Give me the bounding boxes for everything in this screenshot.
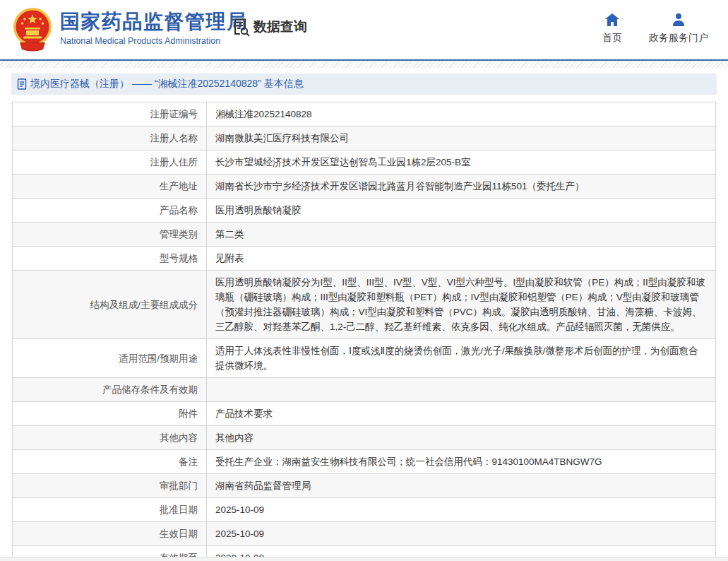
row-label: 生效日期 [13,522,207,546]
row-label: 其他内容 [13,426,207,450]
row-value: 其他内容 [207,426,716,450]
table-row: 适用范围/预期用途适用于人体浅表性非慢性创面，Ⅰ度或浅Ⅱ度的烧烫伤创面，激光/光… [13,339,716,378]
row-label: 管理类别 [13,223,207,247]
row-value: 第二类 [207,223,716,247]
row-label: 注册人名称 [13,126,207,150]
footer-strip [0,557,728,561]
data-query-title: 数据查询 [253,18,307,36]
nav-home-label: 首页 [602,32,622,45]
table-row: 产品名称医用透明质酸钠凝胶 [13,199,716,223]
row-value: 受托生产企业：湖南益安生物科技有限公司；统一社会信用代码：91430100MA4… [207,450,716,474]
row-label: 备注 [13,450,207,474]
row-value: 见附表 [207,247,716,271]
brand-block: 国家药品监督管理局 National Medical Products Admi… [60,10,248,46]
registration-info-table: 注册证编号湘械注准20252140828注册人名称湖南微肽美汇医疗科技有限公司注… [12,102,716,561]
org-name-cn: 国家药品监督管理局 [60,10,248,34]
page-header: 国家药品监督管理局 National Medical Products Admi… [0,0,728,61]
table-row: 审批部门湖南省药品监督管理局 [13,474,716,498]
table-row: 注册证编号湘械注准20252140828 [13,102,716,126]
row-value: 2025-10-09 [207,498,716,522]
org-name-en: National Medical Products Administration [60,36,248,46]
table-row: 附件产品技术要求 [13,402,716,426]
row-value: 医用透明质酸钠凝胶分为I型、II型、III型、IV型、V型、VI型六种型号。I型… [207,271,716,339]
row-label: 审批部门 [13,474,207,498]
row-label: 结构及组成/主要组成成分 [13,271,207,339]
nmpa-emblem-logo [13,7,52,52]
row-label: 注册证编号 [13,102,207,126]
table-row: 结构及组成/主要组成成分医用透明质酸钠凝胶分为I型、II型、III型、IV型、V… [13,271,716,339]
row-value: 产品技术要求 [207,402,716,426]
row-value: 2025-10-09 [207,522,716,546]
row-value: 长沙市望城经济技术开发区望达创智岛工业园1栋2层205-B室 [207,150,716,175]
nav-gov-portal[interactable]: 政务服务门户 [649,13,708,45]
table-row: 注册人住所长沙市望城经济技术开发区望达创智岛工业园1栋2层205-B室 [13,150,716,175]
row-label: 批准日期 [13,498,207,522]
document-icon [17,78,27,90]
table-row: 管理类别第二类 [13,223,716,247]
user-icon [672,13,686,27]
nav-gov-portal-label: 政务服务门户 [649,32,708,45]
table-row: 备注受托生产企业：湖南益安生物科技有限公司；统一社会信用代码：91430100M… [13,450,716,474]
header-nav: 首页 政务服务门户 [602,13,708,45]
table-row: 产品储存条件及有效期 [13,378,716,402]
row-label: 附件 [13,402,207,426]
row-label: 适用范围/预期用途 [13,339,207,378]
info-table-body: 注册证编号湘械注准20252140828注册人名称湖南微肽美汇医疗科技有限公司注… [13,102,716,561]
row-label: 注册人住所 [13,150,207,175]
table-row: 生效日期2025-10-09 [13,522,716,546]
table-row: 型号规格见附表 [13,247,716,271]
row-label: 产品储存条件及有效期 [13,378,207,402]
row-label: 产品名称 [13,199,207,223]
table-row: 批准日期2025-10-09 [13,498,716,522]
nav-home[interactable]: 首页 [602,13,622,45]
hatch-divider [0,61,728,68]
row-label: 生产地址 [13,175,207,199]
home-icon [604,13,620,27]
table-row: 生产地址湖南省长沙市宁乡经济技术开发区谐园北路蓝月谷智能制造产业园11栋501（… [13,175,716,199]
row-value: 湖南省长沙市宁乡经济技术开发区谐园北路蓝月谷智能制造产业园11栋501（委托生产… [207,175,716,199]
row-label: 型号规格 [13,247,207,271]
page-title: 境内医疗器械（注册） —— “湘械注准20252140828” 基本信息 [30,78,304,90]
data-query-section: 数据查询 [231,17,307,37]
row-value: 湘械注准20252140828 [207,102,716,126]
table-row: 注册人名称湖南微肽美汇医疗科技有限公司 [13,126,716,150]
row-value: 医用透明质酸钠凝胶 [207,199,716,223]
row-value: 湖南省药品监督管理局 [207,474,716,498]
row-value [207,378,716,402]
table-row: 其他内容其他内容 [13,426,716,450]
row-value: 适用于人体浅表性非慢性创面，Ⅰ度或浅Ⅱ度的烧烫伤创面，激光/光子/果酸换肤/微整… [207,339,716,378]
document-search-icon [231,17,251,37]
row-value: 湖南微肽美汇医疗科技有限公司 [207,126,716,150]
breadcrumb: 境内医疗器械（注册） —— “湘械注准20252140828” 基本信息 [11,73,717,95]
